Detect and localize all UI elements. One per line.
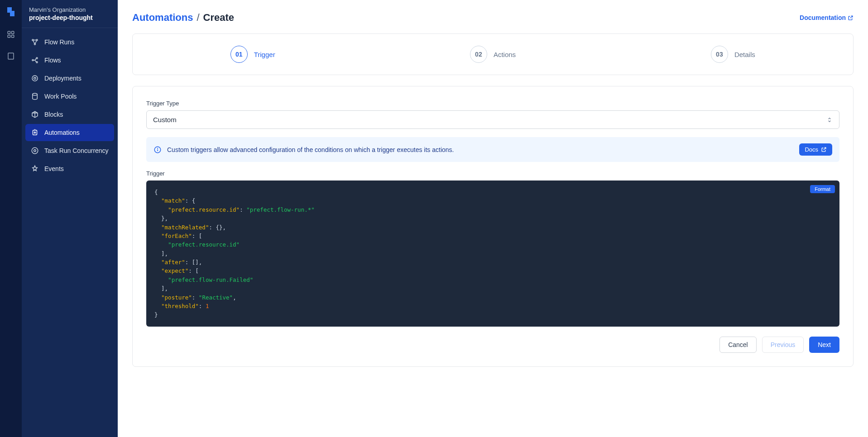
sidebar-item-task-run-concurrency[interactable]: Task Run Concurrency: [25, 142, 114, 159]
next-button[interactable]: Next: [809, 337, 839, 353]
prefect-logo: [5, 6, 16, 17]
sidebar-item-label: Deployments: [44, 75, 82, 82]
step-number: 03: [711, 46, 728, 63]
svg-rect-2: [8, 35, 10, 38]
svg-point-15: [32, 76, 38, 81]
sidebar-item-label: Task Run Concurrency: [44, 147, 109, 154]
step-number: 02: [470, 46, 487, 63]
code-key: "forEach": [161, 233, 192, 239]
sidebar-item-label: Blocks: [44, 111, 63, 118]
sidebar-item-events[interactable]: Events: [25, 160, 114, 177]
svg-rect-3: [12, 35, 14, 38]
code-string: "prefect.flow-run.Failed": [168, 276, 253, 283]
form-footer: Cancel Previous Next: [146, 337, 839, 353]
code-key: "matchRelated": [161, 224, 209, 231]
sidebar-item-deployments[interactable]: Deployments: [25, 70, 114, 87]
documentation-link[interactable]: Documentation: [800, 14, 854, 21]
svg-point-12: [32, 60, 34, 61]
code-key: "threshold": [161, 303, 199, 309]
breadcrumb-separator: /: [197, 12, 199, 24]
step-number: 01: [230, 46, 248, 63]
documentation-link-label: Documentation: [800, 14, 846, 21]
sidebar-item-label: Flow Runs: [44, 38, 74, 46]
step-trigger[interactable]: 01 Trigger: [133, 46, 373, 63]
deployments-icon: [31, 74, 39, 82]
svg-point-14: [36, 62, 38, 63]
main-content: Automations / Create Documentation 01 Tr…: [118, 0, 868, 437]
dashboard-icon[interactable]: [6, 30, 15, 39]
cancel-button[interactable]: Cancel: [719, 337, 757, 353]
info-icon: [153, 146, 162, 154]
sidebar-item-label: Automations: [44, 129, 80, 136]
step-label: Actions: [494, 51, 516, 58]
trigger-code-label: Trigger: [146, 170, 839, 177]
chevron-updown-icon: [826, 117, 833, 123]
blocks-icon: [31, 110, 39, 119]
project-name: project-deep-thought: [29, 14, 110, 21]
events-icon: [31, 165, 39, 173]
step-actions[interactable]: 02 Actions: [373, 46, 613, 63]
external-link-icon: [848, 15, 854, 21]
code-key: "after": [161, 259, 185, 266]
svg-point-21: [32, 147, 38, 154]
trigger-type-label: Trigger Type: [146, 100, 839, 107]
trigger-form: Trigger Type Custom Custom triggers allo…: [132, 86, 854, 367]
org-name: Marvin's Organization: [29, 6, 110, 13]
svg-point-11: [34, 43, 36, 45]
code-key: "match": [161, 197, 185, 204]
sidebar-item-flows[interactable]: Flows: [25, 52, 114, 69]
concurrency-icon: [31, 147, 39, 155]
svg-point-10: [36, 39, 38, 41]
sidebar-item-work-pools[interactable]: Work Pools: [25, 88, 114, 105]
sidebar-nav: Flow Runs Flows Deployments Work Pools B…: [22, 28, 118, 183]
breadcrumb-current: Create: [203, 12, 234, 24]
trigger-type-select[interactable]: Custom: [146, 110, 839, 129]
sidebar-item-blocks[interactable]: Blocks: [25, 106, 114, 123]
svg-point-16: [34, 77, 36, 80]
sidebar-header: Marvin's Organization project-deep-thoug…: [22, 0, 118, 28]
flows-icon: [31, 56, 39, 64]
svg-point-9: [32, 39, 34, 41]
breadcrumb-parent[interactable]: Automations: [132, 12, 193, 24]
stepper: 01 Trigger 02 Actions 03 Details: [132, 33, 854, 75]
code-string: "prefect.flow-run.*": [246, 206, 315, 213]
svg-rect-0: [8, 31, 10, 33]
sidebar-item-flow-runs[interactable]: Flow Runs: [25, 33, 114, 51]
automations-icon: [31, 128, 39, 137]
trigger-type-value: Custom: [153, 116, 177, 124]
external-link-icon: [821, 147, 827, 152]
sidebar-item-label: Work Pools: [44, 93, 77, 100]
breadcrumb: Automations / Create: [132, 12, 234, 24]
code-string: "Reactive": [199, 294, 233, 301]
step-label: Details: [734, 51, 755, 58]
code-key: "prefect.resource.id": [168, 206, 240, 213]
step-details[interactable]: 03 Details: [613, 46, 853, 63]
svg-point-17: [33, 93, 38, 95]
docs-button-label: Docs: [805, 146, 818, 153]
sidebar-item-automations[interactable]: Automations: [25, 124, 114, 141]
trigger-code-editor[interactable]: Format { "match": { "prefect.resource.id…: [146, 180, 839, 327]
info-banner: Custom triggers allow advanced configura…: [146, 137, 839, 162]
step-label: Trigger: [254, 51, 275, 58]
organization-icon[interactable]: [6, 52, 15, 61]
svg-point-25: [158, 148, 158, 148]
flow-runs-icon: [31, 38, 39, 46]
svg-point-22: [34, 150, 36, 152]
code-string: "prefect.resource.id": [168, 241, 240, 248]
sidebar-item-label: Events: [44, 165, 64, 172]
code-number: 1: [206, 303, 209, 309]
sidebar: Marvin's Organization project-deep-thoug…: [22, 0, 118, 437]
left-rail: [0, 0, 22, 437]
format-button[interactable]: Format: [810, 185, 835, 193]
previous-button[interactable]: Previous: [762, 337, 804, 353]
svg-rect-18: [33, 130, 37, 135]
svg-point-13: [36, 57, 38, 59]
info-text: Custom triggers allow advanced configura…: [167, 146, 454, 153]
code-key: "posture": [161, 294, 192, 301]
page-header: Automations / Create Documentation: [132, 12, 854, 24]
svg-point-19: [34, 132, 36, 133]
code-key: "expect": [161, 267, 188, 274]
work-pools-icon: [31, 92, 39, 100]
sidebar-item-label: Flows: [44, 57, 61, 64]
docs-button[interactable]: Docs: [799, 143, 832, 156]
